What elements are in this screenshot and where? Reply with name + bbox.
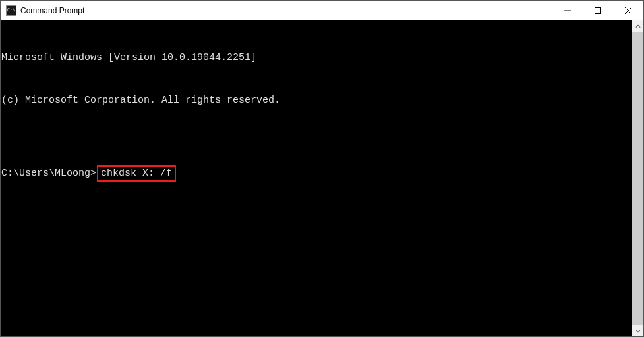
terminal-output-line: (c) Microsoft Corporation. All rights re… (1, 93, 631, 108)
chevron-up-icon (635, 24, 641, 29)
terminal[interactable]: Microsoft Windows [Version 10.0.19044.22… (1, 20, 632, 336)
close-button[interactable] (613, 1, 643, 20)
terminal-output-line: Microsoft Windows [Version 10.0.19044.22… (1, 51, 631, 65)
prompt-path: C:\Users\MLoong> (1, 167, 96, 181)
window-title: Command Prompt (20, 6, 552, 15)
minimize-button[interactable] (552, 1, 583, 20)
scrollbar-up-button[interactable] (632, 20, 643, 32)
scrollbar-thumb[interactable] (632, 32, 643, 325)
command-prompt-window: C:\ Command Prompt Microsoft Windows [Ve… (0, 0, 644, 337)
scrollbar-track[interactable] (632, 32, 643, 325)
window-controls (552, 1, 643, 20)
terminal-wrapper: Microsoft Windows [Version 10.0.19044.22… (1, 20, 643, 336)
svg-rect-1 (595, 7, 601, 13)
close-icon (625, 7, 631, 14)
maximize-button[interactable] (583, 1, 613, 20)
maximize-icon (595, 7, 601, 14)
app-icon-glyph: C:\ (7, 8, 16, 13)
minimize-icon (564, 7, 571, 14)
vertical-scrollbar[interactable] (632, 20, 643, 336)
app-icon: C:\ (6, 5, 16, 16)
chevron-down-icon (635, 328, 641, 334)
titlebar[interactable]: C:\ Command Prompt (1, 1, 643, 20)
command-input-highlighted[interactable]: chkdsk X: /f (97, 165, 176, 182)
prompt-line: C:\Users\MLoong>chkdsk X: /f (1, 165, 631, 182)
scrollbar-down-button[interactable] (632, 325, 643, 336)
